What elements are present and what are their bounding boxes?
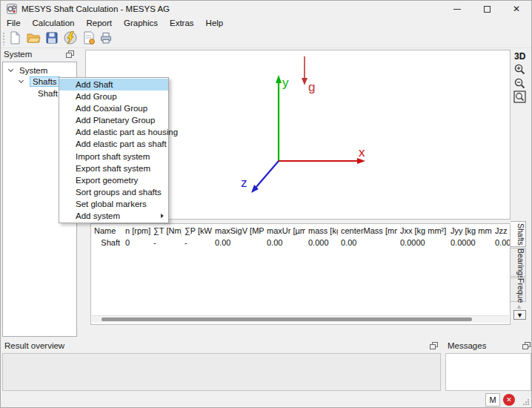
app-logo-icon: [7, 4, 17, 14]
messages-content: [445, 353, 531, 391]
menu-report[interactable]: Report: [80, 17, 118, 30]
messages-float-icon[interactable]: [522, 342, 531, 349]
tab-shafts[interactable]: Shafts: [511, 221, 526, 247]
close-button[interactable]: ✕: [502, 1, 531, 17]
chevron-down-icon[interactable]: [19, 78, 24, 83]
col-jyy[interactable]: Jyy [kg mm²]: [448, 226, 492, 237]
system-panel-float-icon[interactable]: [66, 50, 74, 58]
col-maxur[interactable]: maxUr [µm]: [264, 226, 305, 237]
z-axis-label: z: [241, 176, 247, 190]
menu-item-export-shaft-system[interactable]: Export shaft system: [59, 162, 168, 174]
selected-tree-label: Shafts: [30, 76, 60, 87]
menu-calculation[interactable]: Calculation: [27, 17, 81, 30]
main-toolbar: [1, 30, 531, 48]
y-axis-arrow: [276, 75, 282, 83]
new-file-button[interactable]: [7, 30, 24, 47]
messages-toggle-button[interactable]: M: [485, 393, 500, 407]
calculate-icon: [63, 30, 78, 45]
col-name[interactable]: Name: [91, 226, 122, 237]
menu-help[interactable]: Help: [200, 17, 230, 30]
tab-scroll-down-icon[interactable]: ▼: [513, 310, 526, 320]
tab-frequencies[interactable]: Freque: [511, 277, 526, 302]
x-axis-label: x: [359, 145, 365, 159]
table-row[interactable]: Shaft 0 - - 0.00 0.00 0.000 0.00 0.0000 …: [91, 237, 510, 248]
scrollbar-handle[interactable]: [102, 317, 472, 321]
minimize-icon: [453, 9, 461, 10]
view-3d-button[interactable]: 3D: [514, 51, 525, 62]
menu-file[interactable]: File: [1, 17, 27, 30]
save-icon: [44, 30, 59, 45]
messages-title: Messages: [448, 341, 486, 350]
menu-item-add-group[interactable]: Add Group: [59, 91, 168, 102]
zoom-in-icon[interactable]: [513, 63, 526, 76]
menu-item-set-global-markers[interactable]: Set global markers: [59, 198, 168, 210]
messages-header: Messages: [448, 341, 514, 353]
menu-graphics[interactable]: Graphics: [118, 17, 164, 30]
col-jxx[interactable]: Jxx [kg mm²]: [397, 226, 448, 237]
minimize-button[interactable]: [442, 1, 472, 17]
col-maxsigv[interactable]: maxSigV [MPa]: [212, 226, 264, 237]
result-overview-content: [2, 353, 441, 391]
result-overview-title: Result overview: [4, 341, 64, 350]
result-overview-float-icon[interactable]: [430, 342, 438, 349]
save-button[interactable]: [44, 30, 61, 47]
open-file-button[interactable]: [26, 30, 42, 47]
resize-grip-icon[interactable]: [522, 398, 530, 406]
col-power[interactable]: ∑P [kW]: [182, 226, 212, 237]
menu-bar: File Calculation Report Graphics Extras …: [1, 17, 531, 30]
submenu-arrow-icon: [161, 214, 164, 218]
col-mass[interactable]: mass [kg]: [305, 226, 338, 237]
chevron-down-icon[interactable]: [8, 67, 13, 72]
report-icon: [82, 30, 96, 45]
gravity-label: g: [308, 80, 315, 94]
maximize-button[interactable]: [472, 1, 502, 17]
menu-item-sort-groups[interactable]: Sort groups and shafts: [59, 186, 168, 198]
open-file-icon: [26, 30, 41, 45]
menu-extras[interactable]: Extras: [164, 17, 200, 30]
menu-item-add-coaxial-group[interactable]: Add Coaxial Group: [59, 102, 168, 114]
col-centermass[interactable]: centerMass [mm]: [338, 226, 397, 237]
col-jzz[interactable]: Jzz [kg mm²]: [492, 226, 511, 237]
error-status-icon[interactable]: ✕: [503, 394, 515, 406]
menu-item-export-geometry[interactable]: Export geometry: [59, 174, 168, 186]
horizontal-scrollbar[interactable]: [92, 315, 509, 323]
tree-item-shaft[interactable]: Shaft: [38, 88, 58, 99]
results-table: Name n [rpm] ∑T [Nm] ∑P [kW] maxSigV [MP…: [90, 223, 511, 325]
tree-item-system[interactable]: System: [19, 65, 47, 76]
gravity-arrow: [302, 78, 307, 85]
close-icon: ✕: [513, 4, 520, 13]
menu-item-add-planetary-group[interactable]: Add Planetary Group: [59, 114, 168, 126]
zoom-out-icon[interactable]: [513, 77, 526, 90]
menu-item-add-system[interactable]: Add system: [59, 210, 168, 222]
table-header-row[interactable]: Name n [rpm] ∑T [Nm] ∑P [kW] maxSigV [MP…: [91, 226, 510, 237]
y-axis-label: y: [282, 76, 289, 90]
menu-item-add-elastic-shaft[interactable]: Add elastic part as shaft: [59, 138, 168, 150]
menu-item-add-shaft[interactable]: Add Shaft: [59, 79, 168, 91]
col-torque[interactable]: ∑T [Nm]: [150, 226, 182, 237]
result-overview-header: Result overview: [4, 341, 227, 353]
toolbar-drag-handle[interactable]: [3, 33, 4, 45]
calculate-button[interactable]: [63, 30, 79, 47]
new-file-icon: [7, 30, 22, 45]
print-button[interactable]: [99, 30, 115, 47]
context-menu: Add Shaft Add Group Add Coaxial Group Ad…: [59, 77, 169, 223]
tree-item-shafts[interactable]: Shafts: [30, 76, 60, 88]
tab-bearings[interactable]: Bearings: [511, 248, 526, 277]
report-button[interactable]: [82, 30, 98, 47]
tab-scroll-up-icon[interactable]: ▲: [516, 303, 522, 310]
app-window: { "window": { "title": "MESYS Shaft Calc…: [0, 0, 532, 408]
col-n-rpm[interactable]: n [rpm]: [122, 226, 150, 237]
zoom-fit-icon[interactable]: [513, 91, 526, 103]
window-title: MESYS Shaft Calculation - MESYS AG: [21, 1, 170, 17]
title-bar[interactable]: MESYS Shaft Calculation - MESYS AG ✕: [1, 1, 531, 17]
system-panel-title: System: [4, 50, 32, 59]
print-icon: [99, 30, 113, 45]
maximize-icon: [484, 6, 491, 13]
menu-item-add-elastic-housing[interactable]: Add elastic part as housing: [59, 126, 168, 138]
menu-item-import-shaft-system[interactable]: Import shaft system: [59, 151, 168, 162]
